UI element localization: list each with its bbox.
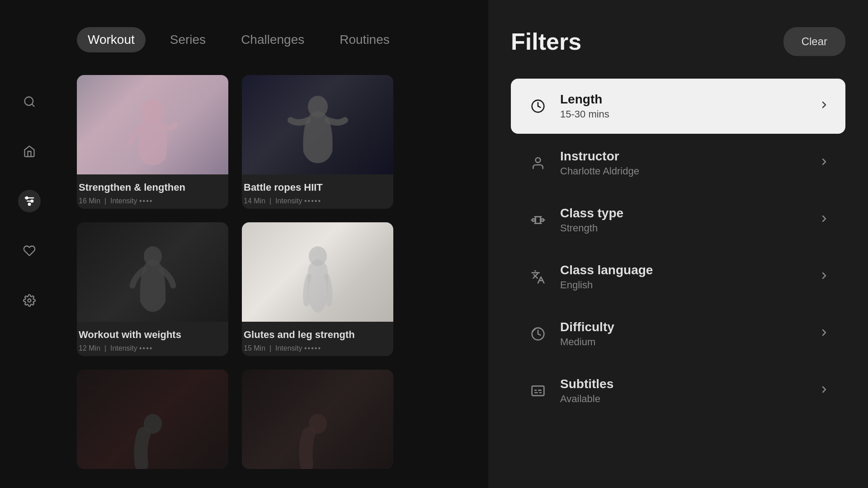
filter-difficulty-title: Difficulty xyxy=(560,320,819,334)
card-strengthen[interactable]: Strengthen & lengthen 16 Min | Intensity… xyxy=(77,75,228,209)
card-glutes-info: Glutes and leg strength 15 Min | Intensi… xyxy=(242,322,393,356)
filter-class-language-title: Class language xyxy=(560,263,819,277)
filter-subtitles[interactable]: Subtitles Available xyxy=(511,363,845,418)
tab-routines[interactable]: Routines xyxy=(329,27,401,52)
sidebar-item-filters[interactable] xyxy=(18,190,41,212)
svg-point-8 xyxy=(28,299,31,302)
card-weights-info: Workout with weights 12 Min | Intensity … xyxy=(77,322,228,356)
filter-length-subtitle: 15-30 mins xyxy=(560,108,819,120)
card-battle-info: Battle ropes HIIT 14 Min | Intensity •••… xyxy=(242,174,393,209)
clock-icon xyxy=(527,95,549,117)
card-glutes-title: Glutes and leg strength xyxy=(244,329,392,341)
sidebar xyxy=(0,0,59,488)
card-glutes-meta: 15 Min | Intensity ••••• xyxy=(244,344,392,352)
chevron-right-icon xyxy=(819,270,830,284)
svg-line-1 xyxy=(32,104,34,106)
filter-subtitles-title: Subtitles xyxy=(560,377,819,391)
subtitles-icon xyxy=(527,380,549,402)
sidebar-item-search[interactable] xyxy=(18,90,41,113)
svg-rect-19 xyxy=(532,386,544,395)
card-glutes[interactable]: Glutes and leg strength 15 Min | Intensi… xyxy=(242,222,393,356)
filter-length-text: Length 15-30 mins xyxy=(560,92,819,120)
sidebar-item-settings[interactable] xyxy=(18,289,41,312)
card-bottom-2[interactable] xyxy=(242,370,393,469)
svg-point-6 xyxy=(31,200,33,202)
card-battle-title: Battle ropes HIIT xyxy=(244,182,392,193)
person-icon xyxy=(527,152,549,174)
tab-series[interactable]: Series xyxy=(159,27,217,52)
filter-difficulty[interactable]: Difficulty Medium xyxy=(511,306,845,361)
chevron-right-icon xyxy=(819,156,830,170)
main-content: Workout Series Challenges Routines Stren… xyxy=(59,0,488,488)
tab-workout[interactable]: Workout xyxy=(77,27,146,52)
card-weights[interactable]: Workout with weights 12 Min | Intensity … xyxy=(77,222,228,356)
card-bottom-1[interactable] xyxy=(77,370,228,469)
card-weights-title: Workout with weights xyxy=(79,329,226,341)
clear-button[interactable]: Clear xyxy=(783,27,845,56)
chevron-right-icon xyxy=(819,384,830,398)
dumbbell-icon xyxy=(527,209,549,231)
sidebar-item-favorites[interactable] xyxy=(18,239,41,262)
filter-class-type-subtitle: Strength xyxy=(560,222,819,234)
card-grid: Strengthen & lengthen 16 Min | Intensity… xyxy=(77,75,393,356)
card-battle[interactable]: Battle ropes HIIT 14 Min | Intensity •••… xyxy=(242,75,393,209)
card-strengthen-info: Strengthen & lengthen 16 Min | Intensity… xyxy=(77,174,228,209)
tab-challenges[interactable]: Challenges xyxy=(230,27,315,52)
filter-class-language-text: Class language English xyxy=(560,263,819,291)
tabs: Workout Series Challenges Routines xyxy=(77,27,470,52)
filters-panel: Filters Clear Length 15-30 mins xyxy=(488,0,868,488)
card-battle-meta: 14 Min | Intensity ••••• xyxy=(244,197,392,205)
filter-class-type[interactable]: Class type Strength xyxy=(511,192,845,248)
filter-difficulty-subtitle: Medium xyxy=(560,336,819,348)
gauge-icon xyxy=(527,323,549,345)
filter-instructor-subtitle: Charlotte Aldridge xyxy=(560,165,819,177)
filter-instructor[interactable]: Instructor Charlotte Aldridge xyxy=(511,136,845,191)
bottom-cards xyxy=(77,370,393,469)
filter-class-type-title: Class type xyxy=(560,206,819,221)
chevron-right-icon xyxy=(819,99,830,113)
filter-length-title: Length xyxy=(560,92,819,107)
card-strengthen-title: Strengthen & lengthen xyxy=(79,182,226,193)
chevron-right-icon xyxy=(819,327,830,341)
card-weights-meta: 12 Min | Intensity •••• xyxy=(79,344,226,352)
chevron-right-icon xyxy=(819,213,830,227)
filters-header: Filters Clear xyxy=(511,27,845,56)
filter-instructor-text: Instructor Charlotte Aldridge xyxy=(560,149,819,177)
translate-icon xyxy=(527,266,549,288)
filter-class-type-text: Class type Strength xyxy=(560,206,819,234)
filter-subtitles-text: Subtitles Available xyxy=(560,377,819,405)
svg-point-16 xyxy=(536,158,541,163)
filter-class-language[interactable]: Class language English xyxy=(511,249,845,305)
card-strengthen-meta: 16 Min | Intensity •••• xyxy=(79,197,226,205)
svg-point-5 xyxy=(26,197,28,199)
filter-class-language-subtitle: English xyxy=(560,279,819,291)
svg-point-7 xyxy=(28,203,31,206)
filter-length[interactable]: Length 15-30 mins xyxy=(511,79,845,134)
filter-instructor-title: Instructor xyxy=(560,149,819,164)
sidebar-item-home[interactable] xyxy=(18,140,41,163)
filters-title: Filters xyxy=(511,28,581,55)
filter-subtitles-subtitle: Available xyxy=(560,393,819,405)
filter-difficulty-text: Difficulty Medium xyxy=(560,320,819,348)
